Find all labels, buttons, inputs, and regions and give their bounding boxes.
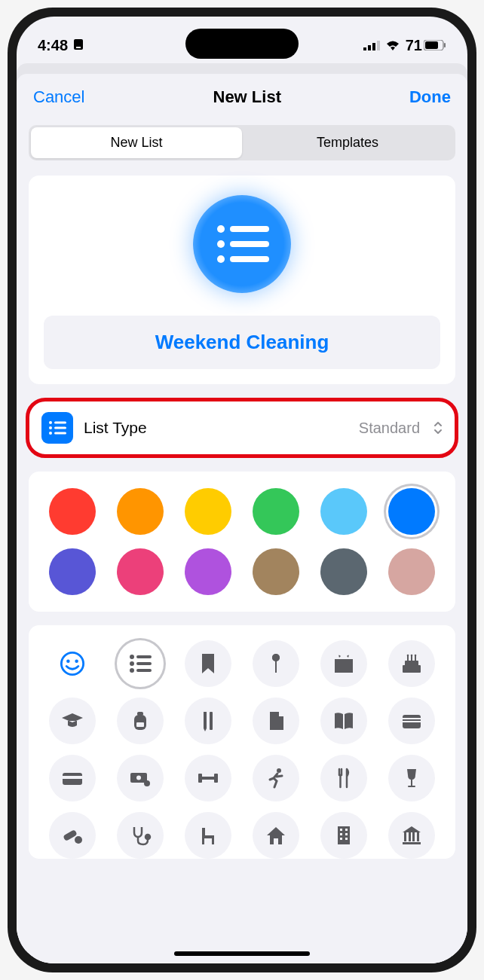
svg-rect-34 — [411, 656, 412, 661]
phone-frame: 4:48 71 — [8, 8, 476, 972]
cellular-signal-icon — [363, 37, 380, 54]
color-swatch[interactable] — [117, 548, 164, 595]
pin-icon[interactable] — [253, 640, 299, 687]
color-swatch[interactable] — [253, 548, 299, 595]
chevron-up-down-icon — [433, 421, 443, 435]
svg-rect-64 — [202, 838, 204, 844]
svg-point-52 — [144, 780, 150, 786]
color-swatch[interactable] — [117, 488, 164, 535]
svg-point-13 — [217, 255, 225, 263]
svg-marker-74 — [403, 826, 421, 832]
svg-rect-12 — [230, 241, 269, 247]
svg-rect-7 — [425, 41, 438, 49]
svg-rect-1 — [76, 47, 81, 48]
svg-rect-20 — [54, 432, 66, 435]
svg-rect-76 — [409, 832, 411, 841]
svg-point-38 — [415, 655, 417, 657]
svg-rect-49 — [63, 776, 82, 779]
book-icon[interactable] — [320, 698, 367, 744]
svg-rect-78 — [417, 832, 419, 841]
svg-point-22 — [66, 659, 70, 663]
color-swatch[interactable] — [253, 488, 299, 535]
svg-rect-4 — [372, 43, 375, 50]
list-type-row[interactable]: List Type Standard — [26, 398, 458, 458]
icon-grid — [29, 625, 455, 859]
list-type-label: List Type — [84, 419, 348, 437]
color-swatch[interactable] — [388, 548, 435, 595]
status-time: 4:48 — [38, 37, 68, 54]
segmented-control[interactable]: New List Templates — [29, 125, 455, 160]
svg-rect-47 — [403, 721, 421, 722]
wallet-icon[interactable] — [388, 698, 435, 744]
svg-point-11 — [217, 240, 225, 248]
icon-picker-card — [29, 625, 455, 859]
svg-rect-57 — [411, 780, 412, 786]
fork-knife-icon[interactable] — [320, 755, 367, 801]
graduation-cap-icon[interactable] — [49, 698, 96, 744]
home-indicator[interactable] — [174, 951, 310, 956]
money-icon[interactable] — [117, 755, 164, 801]
building-icon[interactable] — [320, 812, 367, 859]
gift-icon[interactable] — [320, 640, 367, 687]
birthday-cake-icon[interactable] — [388, 640, 435, 687]
color-picker-card — [29, 472, 455, 612]
backpack-icon[interactable] — [117, 698, 164, 744]
wine-glass-icon[interactable] — [388, 755, 435, 801]
list-icon-preview — [193, 195, 291, 293]
bank-icon[interactable] — [388, 812, 435, 859]
done-button[interactable]: Done — [409, 87, 451, 107]
svg-rect-55 — [202, 777, 214, 780]
svg-rect-5 — [377, 41, 380, 50]
svg-rect-79 — [403, 842, 421, 844]
tab-new-list[interactable]: New List — [31, 127, 242, 158]
svg-rect-65 — [212, 838, 214, 844]
pills-icon[interactable] — [49, 812, 96, 859]
svg-rect-32 — [405, 661, 418, 666]
page-title: New List — [213, 87, 281, 107]
svg-point-19 — [49, 432, 52, 435]
color-swatch[interactable] — [49, 548, 96, 595]
svg-rect-68 — [340, 829, 342, 831]
house-icon[interactable] — [253, 812, 299, 859]
dumbbell-icon[interactable] — [185, 755, 231, 801]
list-preview-card — [29, 176, 455, 384]
battery-percentage: 71 — [406, 37, 422, 54]
svg-point-24 — [130, 655, 134, 659]
document-icon[interactable] — [253, 698, 299, 744]
new-list-modal: Cancel New List Done New List Templates … — [17, 74, 467, 963]
svg-rect-35 — [415, 656, 416, 661]
svg-rect-71 — [345, 833, 348, 835]
svg-marker-43 — [204, 728, 207, 731]
svg-point-9 — [217, 225, 225, 233]
svg-rect-3 — [368, 45, 371, 50]
bookmark-icon[interactable] — [185, 640, 231, 687]
svg-rect-72 — [340, 838, 342, 840]
svg-rect-18 — [54, 427, 66, 429]
cancel-button[interactable]: Cancel — [33, 87, 84, 107]
color-swatch[interactable] — [49, 488, 96, 535]
list-bullet-icon[interactable] — [117, 640, 164, 687]
pencil-ruler-icon[interactable] — [185, 698, 231, 744]
emoji-icon[interactable] — [49, 640, 96, 687]
color-swatch[interactable] — [185, 488, 231, 535]
dynamic-island — [185, 29, 299, 59]
color-swatch[interactable] — [320, 488, 367, 535]
svg-rect-67 — [338, 826, 350, 844]
furniture-icon[interactable] — [185, 812, 231, 859]
wifi-icon — [384, 37, 401, 54]
credit-card-icon[interactable] — [49, 755, 96, 801]
tab-templates[interactable]: Templates — [242, 127, 453, 158]
stethoscope-icon[interactable] — [117, 812, 164, 859]
svg-rect-27 — [136, 662, 152, 665]
svg-point-21 — [61, 652, 83, 674]
svg-point-23 — [75, 659, 78, 663]
running-icon[interactable] — [253, 755, 299, 801]
svg-rect-25 — [136, 655, 152, 658]
color-swatch[interactable] — [388, 488, 435, 535]
color-swatch[interactable] — [185, 548, 231, 595]
color-swatch[interactable] — [320, 548, 367, 595]
svg-rect-73 — [345, 838, 348, 840]
nav-bar: Cancel New List Done — [17, 74, 467, 121]
svg-rect-33 — [407, 656, 409, 661]
list-name-input[interactable] — [44, 316, 440, 369]
